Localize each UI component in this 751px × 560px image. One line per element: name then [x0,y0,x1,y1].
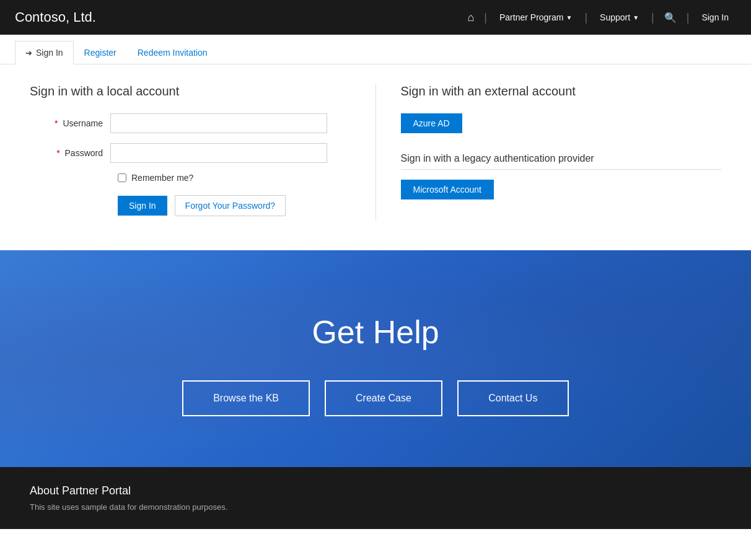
footer-title: About Partner Portal [30,484,721,497]
hero-title: Get Help [312,313,439,351]
brand-name: Contoso, Ltd. [15,9,462,25]
password-label: * Password [30,148,110,158]
partner-program-caret: ▼ [566,14,572,21]
hero-buttons: Browse the KB Create Case Contact Us [182,380,569,416]
tabs-bar: ➔ Sign In Register Redeem Invitation [0,35,751,64]
tab-sign-in[interactable]: ➔ Sign In [15,41,74,64]
divider-3: | [651,11,654,24]
search-icon[interactable]: 🔍 [659,12,682,24]
legacy-auth-title: Sign in with a legacy authentication pro… [401,153,722,170]
home-icon[interactable]: ⌂ [462,11,479,24]
remember-me-checkbox[interactable] [118,173,126,182]
sign-in-icon: ➔ [25,48,32,58]
username-row: * Username [30,113,351,133]
password-input[interactable] [110,143,327,163]
local-account-panel: Sign in with a local account * Username … [30,84,351,221]
password-row: * Password [30,143,351,163]
username-required-star: * [55,118,58,128]
local-account-title: Sign in with a local account [30,84,351,98]
forgot-password-button[interactable]: Forgot Your Password? [175,195,286,216]
external-account-panel: Sign in with an external account Azure A… [376,84,722,221]
nav-sign-in[interactable]: Sign In [694,12,736,22]
hero-section: Get Help Browse the KB Create Case Conta… [0,250,751,467]
action-row: Sign In Forgot Your Password? [30,195,351,216]
azure-ad-button[interactable]: Azure AD [401,113,462,133]
contact-us-button[interactable]: Contact Us [457,380,569,416]
nav-right: ⌂ | Partner Program ▼ | Support ▼ | 🔍 | … [462,11,736,24]
remember-me-label: Remember me? [131,173,193,183]
support-link[interactable]: Support ▼ [592,12,646,22]
divider-2: | [584,11,587,24]
partner-program-link[interactable]: Partner Program ▼ [492,12,579,22]
password-required-star: * [56,148,59,158]
divider-4: | [687,11,690,24]
external-account-title: Sign in with an external account [401,84,722,98]
browse-kb-button[interactable]: Browse the KB [182,380,310,416]
microsoft-account-button[interactable]: Microsoft Account [401,180,494,199]
username-label: * Username [30,118,110,128]
username-input[interactable] [110,113,327,133]
legacy-section: Sign in with a legacy authentication pro… [401,153,722,199]
support-caret: ▼ [633,14,639,21]
sign-in-button[interactable]: Sign In [118,196,167,216]
tab-redeem-invitation[interactable]: Redeem Invitation [127,41,218,64]
create-case-button[interactable]: Create Case [325,380,442,416]
hero-background [0,250,751,467]
tab-register[interactable]: Register [74,41,127,64]
footer: About Partner Portal This site uses samp… [0,467,751,529]
divider-1: | [484,11,487,24]
footer-text: This site uses sample data for demonstra… [30,502,721,512]
main-content: Sign in with a local account * Username … [0,64,751,250]
remember-me-row: Remember me? [30,173,351,183]
top-navigation: Contoso, Ltd. ⌂ | Partner Program ▼ | Su… [0,0,751,35]
